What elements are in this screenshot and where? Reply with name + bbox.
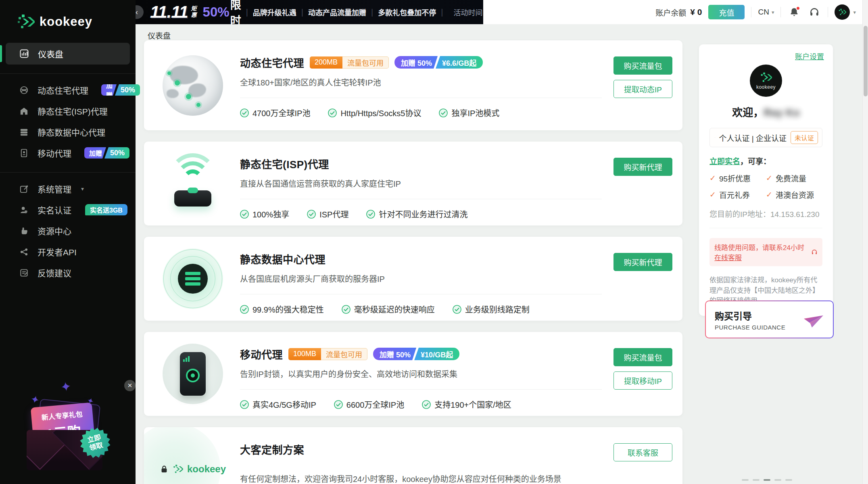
promo-line1: 新人专享礼包 [41,409,83,422]
extract-mobile-ip-button[interactable]: 提取移动IP [613,371,672,390]
certification-text: 个人认证 | 企业认证 [719,132,787,143]
online-support-link[interactable]: 在线客服 [714,254,742,262]
feature-item: Http/Https/Socks5协议 [328,107,421,119]
datacenter-illustration [163,248,223,309]
edit-icon [19,184,29,194]
brand-name: kookeey [40,15,92,29]
user-menu[interactable]: ▾ [835,4,856,20]
sidebar-item-realname-auth[interactable]: 实名认证 实名送3GB [0,199,136,220]
paper-plane-icon [803,311,824,328]
check-circle-icon [240,210,249,219]
extract-dynamic-ip-button[interactable]: 提取动态IP [613,80,672,98]
check-circle-icon [240,108,249,117]
sidebar-item-resource-center[interactable]: 资源中心 [0,220,136,241]
language-selector[interactable]: CN▾ [758,8,774,17]
sidebar-item-system-management[interactable]: 系统管理 ▾ [0,178,136,199]
banner-tag: 矩惠 [190,6,196,19]
check-circle-icon [439,108,448,117]
sidebar-item-label: 动态住宅代理 [38,84,88,96]
check-circle-icon [240,305,249,314]
breadcrumb[interactable]: 仪表盘 [148,30,171,41]
check-circle-icon [453,305,461,314]
server-icon [19,127,29,137]
active-indicator [0,45,2,62]
globe-rotate-icon [19,86,29,95]
pager-dash[interactable] [742,479,749,481]
purchase-guidance-card[interactable]: 购买引导 PURCHASE GUIDANCE [705,300,834,338]
feature-item: ISP代理 [307,208,348,220]
sidebar-item-label: 开发者API [38,246,77,258]
banner-percent: 50% [203,4,230,20]
pager-dash[interactable] [774,479,781,481]
app-root: kookeey 仪表盘 动态住宅代理 加赠50% [0,0,868,484]
guidance-title: 购买引导 [715,309,803,322]
username: Ray Ko [764,106,800,119]
carousel-pager [742,479,792,481]
contact-support-button[interactable]: 联系客服 [613,443,672,461]
promo-banner-1111[interactable]: ‹ 11.11 矩惠 50% 流量限时加赠 | 品牌升级礼遇 | 动态产品流量加… [136,0,483,24]
promo-close-icon[interactable]: ✕ [124,380,136,391]
check-circle-icon [422,400,431,409]
feature-item: 独享IP池模式 [439,107,499,119]
perk-item: ✓95折优惠 [709,173,766,184]
kookeey-logo-icon [17,13,35,31]
perk-item: ✓百元礼券 [709,189,766,200]
buy-new-proxy-button[interactable]: 购买新代理 [613,158,672,176]
product-description: 有任何定制想法，欢迎咨询我司24小时客服，kookeey协助您从容应对任何种类的… [240,473,598,484]
id-badge-icon [19,148,29,158]
sparkle-icon: ✦ [59,378,72,395]
sidebar-item-static-isp[interactable]: 静态住宅(ISP)代理 [0,100,136,121]
buy-traffic-pack-button[interactable]: 购买流量包 [613,348,672,366]
check-circle-icon [334,400,343,409]
scrollbar-thumb[interactable] [864,26,868,96]
divider [780,7,781,17]
kookeey-logo-icon [173,464,183,474]
recharge-button[interactable]: 充值 [708,5,745,19]
kookeey-logo-icon [759,71,773,83]
pager-dash[interactable] [753,479,760,481]
buy-traffic-pack-button[interactable]: 购买流量包 [613,56,672,75]
product-title: 大客定制方案 [240,442,304,457]
newbie-promo[interactable]: ✕ ✦ ✦ ✦ 新人专享礼包 1元购 立即领取 [23,378,116,479]
sidebar-item-label: 仪表盘 [38,48,63,60]
sidebar-item-dynamic-residential[interactable]: 动态住宅代理 加赠50% [0,79,136,100]
certification-box[interactable]: 个人认证 | 企业认证 未认证 [709,128,822,147]
avatar [835,4,850,20]
pager-dash-active[interactable] [764,479,770,481]
banner-separator: | [371,8,373,17]
divider [240,199,602,199]
bonus-price-badge: 加赠 50%¥10/GB起 [373,348,459,360]
support-headset[interactable] [807,5,821,19]
scrollbar[interactable] [862,0,868,484]
user-shield-icon [19,205,29,215]
realname-now-link[interactable]: 立即实名 [709,157,740,166]
wifi-device-illustration [163,153,223,214]
main-content: 仪表盘 动态住宅代理 [136,24,868,484]
account-settings-link[interactable]: 账户设置 [795,51,824,61]
product-description: 全球180+国家/地区的真人住宅轮转IP池 [240,76,598,88]
kookeey-logo-icon [838,8,846,16]
notifications-bell[interactable] [787,5,801,19]
brand-logo[interactable]: kookeey [0,0,136,31]
banner-collapse-button[interactable]: ‹ [136,5,144,19]
check-circle-icon [307,210,316,219]
sidebar-item-static-datacenter[interactable]: 静态数据中心代理 [0,121,136,142]
banner-time: 活动时间：11.4-12.12 [453,7,483,17]
product-card-enterprise-custom: kookeey 大客定制方案 有任何定制想法，欢迎咨询我司24小时客服，kook… [144,427,682,484]
buy-new-proxy-button[interactable]: 购买新代理 [613,253,672,271]
sidebar-item-feedback[interactable]: 反馈建议 [0,262,136,283]
sidebar-item-dashboard[interactable]: 仪表盘 [6,43,130,65]
banner-separator: | [246,8,248,17]
sidebar-item-developer-api[interactable]: 开发者API [0,241,136,262]
home-icon [19,106,29,116]
traffic-pack-badge: 200MB流量包可用 [310,56,389,69]
sidebar-item-label: 静态住宅(ISP)代理 [38,105,108,117]
product-title: 静态住宅(ISP)代理 [240,156,329,171]
sidebar-item-label: 移动代理 [38,147,71,159]
pager-dash[interactable] [785,479,792,481]
sidebar-item-mobile-proxy[interactable]: 移动代理 加赠50% [0,142,136,163]
banner-separator: | [441,8,443,17]
chevron-down-icon: ▾ [81,186,84,192]
realname-gift-badge: 实名送3GB [85,204,127,215]
check-icon: ✓ [766,190,772,199]
